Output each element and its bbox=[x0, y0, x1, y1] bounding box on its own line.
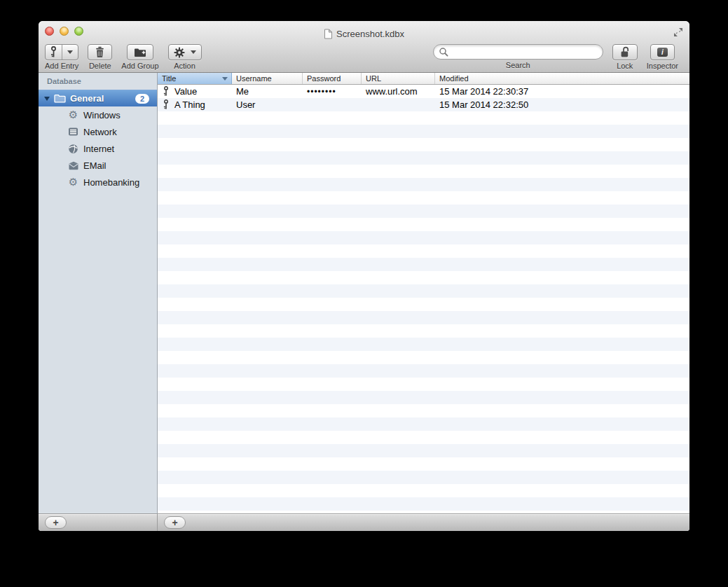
titlebar[interactable]: Screenshot.kdbx bbox=[39, 21, 689, 42]
entry-title: A Thing bbox=[174, 99, 205, 110]
gear-icon: ⚙ bbox=[67, 177, 79, 188]
action-item: Action bbox=[168, 44, 202, 70]
table-row[interactable]: Value Me •••••••• www.url.com 15 Mar 201… bbox=[158, 85, 689, 98]
fullscreen-icon[interactable] bbox=[673, 27, 684, 38]
entry-table: Title Username Password URL Modified bbox=[158, 73, 689, 513]
cell-modified: 15 Mar 2014 22:32:50 bbox=[435, 99, 689, 110]
globe-icon bbox=[67, 144, 79, 154]
cell-username: User bbox=[232, 99, 303, 110]
search-group: Search bbox=[433, 44, 603, 69]
toolbar: Add Entry Delete bbox=[39, 42, 689, 73]
cell-title: Value bbox=[158, 86, 232, 97]
inspector-button[interactable]: i bbox=[650, 44, 675, 60]
table-rows: Value Me •••••••• www.url.com 15 Mar 201… bbox=[158, 85, 689, 513]
lock-open-icon bbox=[619, 46, 631, 58]
search-label: Search bbox=[506, 61, 530, 69]
add-entry-label: Add Entry bbox=[45, 62, 78, 70]
lock-button[interactable] bbox=[612, 44, 638, 60]
document-icon bbox=[324, 29, 333, 39]
app-window: Screenshot.kdbx bbox=[39, 21, 689, 531]
sidebar-item-label: Internet bbox=[83, 144, 114, 154]
traffic-lights bbox=[45, 27, 83, 36]
server-icon bbox=[67, 127, 79, 137]
delete-button[interactable] bbox=[88, 44, 112, 60]
add-entry-button[interactable] bbox=[45, 44, 78, 60]
action-label: Action bbox=[174, 62, 195, 70]
search-icon bbox=[439, 47, 448, 57]
sidebar: Database General 2 ⚙ Windows bbox=[39, 73, 158, 513]
sidebar-item-email[interactable]: EMail bbox=[39, 157, 157, 174]
sidebar-group-label: General bbox=[70, 93, 104, 104]
sort-descending-icon bbox=[222, 77, 228, 81]
add-group-item: Add Group bbox=[121, 44, 158, 70]
column-header-password[interactable]: Password bbox=[303, 73, 362, 84]
sidebar-item-windows[interactable]: ⚙ Windows bbox=[39, 106, 157, 123]
column-header-url[interactable]: URL bbox=[362, 73, 435, 84]
bottom-bar: + + bbox=[39, 513, 689, 531]
sidebar-section-header: Database bbox=[39, 73, 157, 90]
add-entry-dropdown[interactable] bbox=[62, 45, 78, 60]
title-wrap: Screenshot.kdbx bbox=[324, 25, 404, 39]
sidebar-bottom-bar: + bbox=[39, 514, 158, 531]
cell-modified: 15 Mar 2014 22:30:37 bbox=[435, 86, 689, 97]
column-label: Title bbox=[162, 74, 176, 83]
info-icon: i bbox=[657, 48, 668, 57]
envelope-icon bbox=[67, 161, 79, 170]
action-button[interactable] bbox=[168, 44, 202, 60]
add-group-plus-button[interactable]: + bbox=[45, 516, 67, 529]
disclosure-triangle-icon[interactable] bbox=[44, 97, 50, 101]
column-header-title[interactable]: Title bbox=[158, 73, 232, 84]
column-label: Password bbox=[307, 74, 341, 83]
chevron-down-icon bbox=[67, 50, 73, 54]
gear-icon bbox=[169, 45, 190, 60]
close-button[interactable] bbox=[45, 27, 54, 36]
cell-password: •••••••• bbox=[303, 87, 362, 97]
window-header: Screenshot.kdbx bbox=[39, 21, 689, 73]
add-entry-plus-button[interactable]: + bbox=[164, 516, 186, 529]
cell-username: Me bbox=[232, 86, 303, 97]
add-group-button[interactable] bbox=[127, 44, 153, 60]
sidebar-item-network[interactable]: Network bbox=[39, 123, 157, 140]
content: Database General 2 ⚙ Windows bbox=[39, 73, 689, 513]
inspector-item: i Inspector bbox=[647, 44, 678, 70]
add-group-label: Add Group bbox=[121, 62, 158, 70]
lock-item: Lock bbox=[612, 44, 638, 70]
sidebar-group-general[interactable]: General 2 bbox=[39, 90, 157, 106]
table-header: Title Username Password URL Modified bbox=[158, 73, 689, 85]
add-entry-item: Add Entry bbox=[45, 44, 78, 70]
zoom-button[interactable] bbox=[74, 27, 83, 36]
folder-icon bbox=[54, 94, 66, 103]
cell-url: www.url.com bbox=[362, 86, 435, 97]
sidebar-item-internet[interactable]: Internet bbox=[39, 140, 157, 157]
key-icon bbox=[163, 99, 169, 110]
entry-count-badge: 2 bbox=[135, 94, 149, 104]
sidebar-item-label: Network bbox=[83, 127, 117, 137]
sidebar-item-label: EMail bbox=[83, 160, 107, 171]
column-label: Modified bbox=[439, 74, 469, 83]
trash-icon bbox=[95, 46, 105, 58]
delete-label: Delete bbox=[89, 62, 111, 70]
table-row[interactable]: A Thing User 15 Mar 2014 22:32:50 bbox=[158, 98, 689, 111]
chevron-down-icon bbox=[191, 50, 196, 54]
table-bottom-bar: + bbox=[158, 514, 689, 531]
search-input[interactable] bbox=[451, 47, 597, 57]
key-icon bbox=[163, 86, 169, 97]
window-title: Screenshot.kdbx bbox=[336, 29, 404, 39]
delete-item: Delete bbox=[88, 44, 112, 70]
lock-label: Lock bbox=[617, 62, 633, 70]
sidebar-item-label: Windows bbox=[83, 110, 121, 120]
inspector-label: Inspector bbox=[647, 62, 678, 70]
folder-plus-icon bbox=[134, 47, 146, 57]
sidebar-item-homebanking[interactable]: ⚙ Homebanking bbox=[39, 174, 157, 191]
entry-title: Value bbox=[174, 86, 197, 97]
key-icon bbox=[46, 45, 62, 60]
search-field[interactable] bbox=[433, 44, 603, 60]
sidebar-item-label: Homebanking bbox=[83, 177, 139, 188]
action-dropdown[interactable] bbox=[190, 45, 201, 60]
column-label: Username bbox=[236, 74, 272, 83]
column-header-username[interactable]: Username bbox=[232, 73, 303, 84]
minimize-button[interactable] bbox=[60, 27, 69, 36]
cell-title: A Thing bbox=[158, 99, 232, 110]
column-label: URL bbox=[366, 74, 381, 83]
column-header-modified[interactable]: Modified bbox=[435, 73, 689, 84]
